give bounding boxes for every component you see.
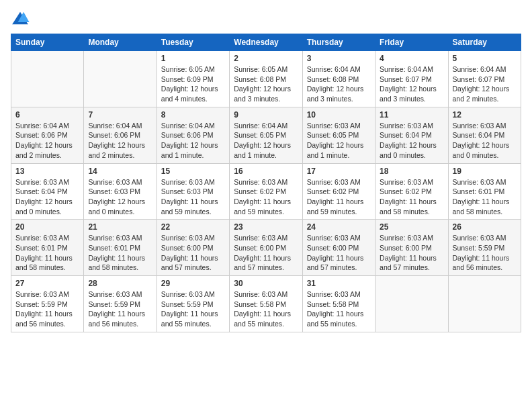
calendar-cell: 13Sunrise: 6:03 AM Sunset: 6:04 PM Dayli… [11, 163, 84, 220]
calendar-cell: 27Sunrise: 6:03 AM Sunset: 5:59 PM Dayli… [11, 276, 84, 332]
day-info: Sunrise: 6:05 AM Sunset: 6:09 PM Dayligh… [161, 64, 225, 104]
calendar-cell [375, 276, 448, 332]
day-info: Sunrise: 6:03 AM Sunset: 6:03 PM Dayligh… [161, 177, 225, 217]
calendar-cell: 7Sunrise: 6:04 AM Sunset: 6:06 PM Daylig… [84, 107, 157, 163]
day-info: Sunrise: 6:03 AM Sunset: 6:05 PM Dayligh… [307, 121, 371, 161]
day-number: 13 [15, 167, 79, 176]
calendar-cell: 3Sunrise: 6:04 AM Sunset: 6:08 PM Daylig… [302, 51, 375, 107]
calendar-cell: 5Sunrise: 6:04 AM Sunset: 6:07 PM Daylig… [448, 51, 521, 107]
calendar-header-row: SundayMondayTuesdayWednesdayThursdayFrid… [11, 34, 521, 51]
day-number: 30 [234, 279, 298, 288]
day-number: 28 [88, 279, 152, 288]
day-number: 17 [307, 167, 371, 176]
calendar-cell: 19Sunrise: 6:03 AM Sunset: 6:01 PM Dayli… [448, 163, 521, 220]
day-info: Sunrise: 6:03 AM Sunset: 5:58 PM Dayligh… [234, 289, 298, 329]
calendar-table: SundayMondayTuesdayWednesdayThursdayFrid… [11, 34, 521, 332]
calendar-cell: 26Sunrise: 6:03 AM Sunset: 5:59 PM Dayli… [448, 220, 521, 276]
day-number: 16 [234, 167, 298, 176]
calendar-week-row: 6Sunrise: 6:04 AM Sunset: 6:06 PM Daylig… [11, 107, 521, 163]
day-number: 10 [307, 110, 371, 120]
day-info: Sunrise: 6:03 AM Sunset: 6:04 PM Dayligh… [453, 121, 517, 161]
calendar-cell [84, 51, 157, 107]
day-info: Sunrise: 6:04 AM Sunset: 6:07 PM Dayligh… [453, 64, 517, 104]
day-info: Sunrise: 6:03 AM Sunset: 5:59 PM Dayligh… [161, 289, 225, 329]
day-number: 22 [161, 222, 225, 232]
calendar-cell: 14Sunrise: 6:03 AM Sunset: 6:03 PM Dayli… [84, 163, 157, 220]
day-info: Sunrise: 6:03 AM Sunset: 6:02 PM Dayligh… [380, 177, 443, 217]
calendar-cell: 20Sunrise: 6:03 AM Sunset: 6:01 PM Dayli… [11, 220, 84, 276]
calendar-cell: 12Sunrise: 6:03 AM Sunset: 6:04 PM Dayli… [448, 107, 521, 163]
day-info: Sunrise: 6:04 AM Sunset: 6:06 PM Dayligh… [161, 121, 225, 161]
calendar-cell: 17Sunrise: 6:03 AM Sunset: 6:02 PM Dayli… [302, 163, 375, 220]
day-info: Sunrise: 6:03 AM Sunset: 5:59 PM Dayligh… [15, 289, 79, 329]
calendar-cell: 22Sunrise: 6:03 AM Sunset: 6:00 PM Dayli… [157, 220, 229, 276]
day-number: 23 [234, 222, 298, 232]
day-number: 15 [161, 167, 225, 176]
day-info: Sunrise: 6:03 AM Sunset: 6:01 PM Dayligh… [88, 233, 152, 273]
calendar-cell: 10Sunrise: 6:03 AM Sunset: 6:05 PM Dayli… [302, 107, 375, 163]
calendar-cell: 25Sunrise: 6:03 AM Sunset: 6:00 PM Dayli… [375, 220, 448, 276]
calendar-cell: 8Sunrise: 6:04 AM Sunset: 6:06 PM Daylig… [157, 107, 229, 163]
day-info: Sunrise: 6:03 AM Sunset: 6:04 PM Dayligh… [380, 121, 443, 161]
day-info: Sunrise: 6:03 AM Sunset: 6:00 PM Dayligh… [307, 233, 371, 273]
calendar-cell: 28Sunrise: 6:03 AM Sunset: 5:59 PM Dayli… [84, 276, 157, 332]
calendar-week-row: 20Sunrise: 6:03 AM Sunset: 6:01 PM Dayli… [11, 220, 521, 276]
day-info: Sunrise: 6:04 AM Sunset: 6:06 PM Dayligh… [88, 121, 152, 161]
calendar-week-row: 27Sunrise: 6:03 AM Sunset: 5:59 PM Dayli… [11, 276, 521, 332]
header-monday: Monday [84, 34, 157, 51]
day-number: 18 [380, 167, 443, 176]
day-number: 25 [380, 222, 443, 232]
header-friday: Friday [375, 34, 448, 51]
calendar-week-row: 13Sunrise: 6:03 AM Sunset: 6:04 PM Dayli… [11, 163, 521, 220]
day-info: Sunrise: 6:03 AM Sunset: 6:00 PM Dayligh… [234, 233, 298, 273]
calendar-cell: 30Sunrise: 6:03 AM Sunset: 5:58 PM Dayli… [230, 276, 302, 332]
day-info: Sunrise: 6:03 AM Sunset: 6:03 PM Dayligh… [88, 177, 152, 217]
calendar-cell: 21Sunrise: 6:03 AM Sunset: 6:01 PM Dayli… [84, 220, 157, 276]
calendar-cell: 11Sunrise: 6:03 AM Sunset: 6:04 PM Dayli… [375, 107, 448, 163]
day-number: 27 [15, 279, 79, 288]
calendar-cell: 1Sunrise: 6:05 AM Sunset: 6:09 PM Daylig… [157, 51, 229, 107]
day-info: Sunrise: 6:03 AM Sunset: 5:59 PM Dayligh… [453, 233, 517, 273]
day-number: 9 [234, 110, 298, 120]
header-wednesday: Wednesday [230, 34, 302, 51]
day-number: 14 [88, 167, 152, 176]
day-number: 1 [161, 54, 225, 63]
header-thursday: Thursday [302, 34, 375, 51]
header-saturday: Saturday [448, 34, 521, 51]
calendar-cell: 9Sunrise: 6:04 AM Sunset: 6:05 PM Daylig… [230, 107, 302, 163]
calendar-cell [11, 51, 84, 107]
day-info: Sunrise: 6:04 AM Sunset: 6:05 PM Dayligh… [234, 121, 298, 161]
day-number: 19 [453, 167, 517, 176]
day-info: Sunrise: 6:03 AM Sunset: 6:02 PM Dayligh… [234, 177, 298, 217]
day-info: Sunrise: 6:03 AM Sunset: 5:59 PM Dayligh… [88, 289, 152, 329]
day-info: Sunrise: 6:03 AM Sunset: 6:01 PM Dayligh… [15, 233, 79, 273]
day-info: Sunrise: 6:05 AM Sunset: 6:08 PM Dayligh… [234, 64, 298, 104]
day-number: 24 [307, 222, 371, 232]
calendar-cell: 4Sunrise: 6:04 AM Sunset: 6:07 PM Daylig… [375, 51, 448, 107]
day-number: 7 [88, 110, 152, 120]
calendar-cell: 23Sunrise: 6:03 AM Sunset: 6:00 PM Dayli… [230, 220, 302, 276]
logo [11, 11, 32, 26]
day-info: Sunrise: 6:04 AM Sunset: 6:07 PM Dayligh… [380, 64, 443, 104]
day-number: 8 [161, 110, 225, 120]
header-sunday: Sunday [11, 34, 84, 51]
calendar-cell [448, 276, 521, 332]
day-number: 20 [15, 222, 79, 232]
day-number: 2 [234, 54, 298, 63]
day-info: Sunrise: 6:03 AM Sunset: 6:02 PM Dayligh… [307, 177, 371, 217]
header-tuesday: Tuesday [157, 34, 229, 51]
day-number: 5 [453, 54, 517, 63]
header [11, 11, 521, 26]
day-number: 6 [15, 110, 79, 120]
day-number: 29 [161, 279, 225, 288]
day-number: 4 [380, 54, 443, 63]
calendar-cell: 2Sunrise: 6:05 AM Sunset: 6:08 PM Daylig… [230, 51, 302, 107]
day-info: Sunrise: 6:03 AM Sunset: 6:04 PM Dayligh… [15, 177, 79, 217]
calendar-cell: 29Sunrise: 6:03 AM Sunset: 5:59 PM Dayli… [157, 276, 229, 332]
calendar-cell: 24Sunrise: 6:03 AM Sunset: 6:00 PM Dayli… [302, 220, 375, 276]
day-info: Sunrise: 6:03 AM Sunset: 5:58 PM Dayligh… [307, 289, 371, 329]
day-info: Sunrise: 6:04 AM Sunset: 6:08 PM Dayligh… [307, 64, 371, 104]
day-info: Sunrise: 6:04 AM Sunset: 6:06 PM Dayligh… [15, 121, 79, 161]
calendar-cell: 31Sunrise: 6:03 AM Sunset: 5:58 PM Dayli… [302, 276, 375, 332]
day-number: 21 [88, 222, 152, 232]
